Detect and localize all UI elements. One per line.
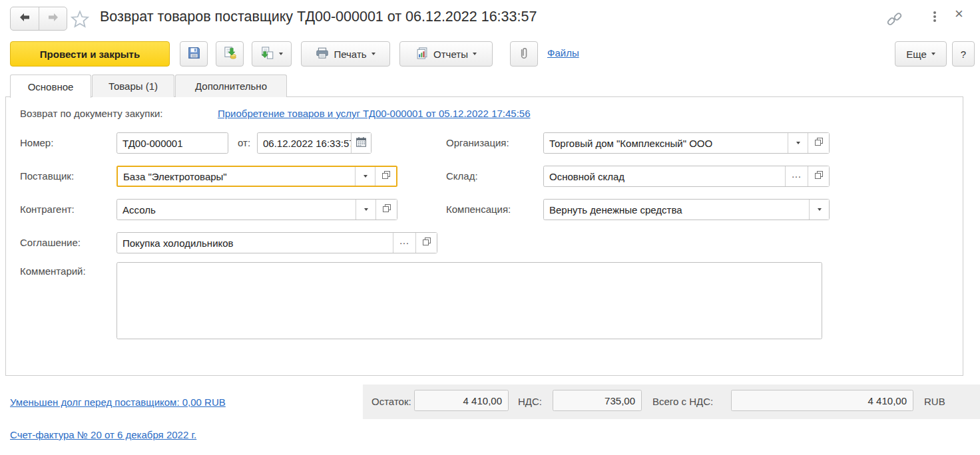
return-doc-link[interactable]: Приобретение товаров и услуг ТД00-000001…: [218, 108, 531, 119]
dropdown-icon: [931, 53, 935, 55]
tab-goods[interactable]: Товары (1): [92, 75, 174, 97]
counterparty-label: Контрагент:: [20, 204, 75, 215]
save-icon: [187, 46, 201, 62]
help-button[interactable]: ?: [952, 41, 975, 67]
print-icon: [316, 47, 329, 61]
currency-label: RUB: [924, 396, 945, 407]
agreement-input[interactable]: Покупка холодильников ...: [117, 232, 437, 253]
save-button[interactable]: [180, 41, 208, 67]
compensation-input[interactable]: Вернуть денежные средства: [543, 199, 830, 220]
print-button[interactable]: Печать: [301, 41, 390, 67]
date-input[interactable]: 06.12.2022 16:33:57: [257, 132, 371, 154]
get-link-icon[interactable]: [885, 10, 903, 31]
dropdown-icon: [818, 208, 822, 211]
reports-icon: [415, 47, 429, 62]
return-doc-label: Возврат по документу закупки:: [20, 108, 163, 119]
open-form-icon: [382, 204, 391, 216]
dropdown-icon: [364, 208, 368, 211]
open-form-icon: [422, 237, 431, 249]
open-form-icon: [814, 170, 824, 182]
invoice-link[interactable]: Счет-фактура № 20 от 6 декабря 2022 г.: [10, 429, 196, 440]
warehouse-label: Склад:: [446, 170, 478, 182]
warehouse-open-button[interactable]: [808, 166, 829, 186]
attachments-button[interactable]: [510, 41, 538, 67]
organization-label: Организация:: [446, 137, 509, 148]
calendar-button[interactable]: [351, 133, 371, 153]
page-title: Возврат товаров поставщику ТД00-000001 о…: [100, 9, 537, 25]
compensation-dropdown-button[interactable]: [809, 200, 829, 220]
calendar-icon: [356, 136, 367, 150]
reports-button[interactable]: Отчеты: [399, 41, 493, 67]
number-input[interactable]: ТД00-000001: [117, 132, 228, 154]
vat-label: НДС:: [518, 396, 542, 407]
supplier-dropdown-button[interactable]: [355, 167, 375, 186]
dropdown-icon: [371, 53, 375, 55]
total-with-vat-label: Всего с НДС:: [652, 396, 713, 407]
post-and-close-button[interactable]: Провести и закрыть: [10, 41, 170, 67]
agreement-select-button[interactable]: ...: [393, 233, 415, 253]
dropdown-icon: [473, 53, 477, 55]
tab-additional[interactable]: Дополнительно: [175, 75, 287, 97]
comment-input[interactable]: [117, 262, 822, 339]
debt-link[interactable]: Уменьшен долг перед поставщиком: 0,00 RU…: [10, 396, 226, 408]
number-label: Номер:: [20, 137, 53, 148]
organization-dropdown-button[interactable]: [788, 133, 808, 153]
favorite-icon[interactable]: [69, 9, 91, 33]
agreement-open-button[interactable]: [415, 233, 437, 253]
comment-label: Комментарий:: [20, 265, 86, 277]
organization-open-button[interactable]: [808, 133, 829, 153]
remainder-label: Остаток:: [371, 396, 411, 407]
forward-icon: [47, 13, 60, 25]
remainder-field: 4 410,00: [414, 390, 509, 411]
agreement-label: Соглашение:: [20, 237, 81, 248]
attachment-icon: [518, 47, 530, 62]
organization-input[interactable]: Торговый дом "Комплексный" ООО: [543, 132, 830, 154]
open-form-icon: [814, 137, 824, 149]
post-icon: [223, 46, 237, 62]
dropdown-icon: [796, 142, 800, 144]
vat-field: 735,00: [553, 390, 642, 411]
back-button[interactable]: [11, 7, 39, 30]
total-with-vat-field: 4 410,00: [731, 390, 913, 411]
document-window: Возврат товаров поставщику ТД00-000001 о…: [0, 0, 980, 455]
create-based-on-icon: [260, 46, 274, 62]
forward-button[interactable]: [39, 7, 67, 30]
date-label: от:: [238, 137, 250, 148]
compensation-label: Компенсация:: [446, 204, 511, 215]
supplier-input[interactable]: База "Электротовары": [117, 166, 397, 187]
open-form-icon: [381, 170, 391, 182]
counterparty-input[interactable]: Ассоль: [117, 199, 397, 220]
close-icon[interactable]: ×: [955, 7, 963, 21]
supplier-open-button[interactable]: [375, 167, 396, 186]
nav-history-group: [10, 7, 67, 31]
supplier-label: Поставщик:: [20, 170, 74, 182]
warehouse-select-button[interactable]: ...: [785, 166, 808, 186]
more-button[interactable]: Еще: [895, 41, 947, 67]
warehouse-input[interactable]: Основной склад ...: [543, 166, 830, 187]
files-link[interactable]: Файлы: [547, 47, 579, 59]
dropdown-icon: [364, 175, 368, 178]
tab-main[interactable]: Основное: [10, 75, 91, 98]
counterparty-open-button[interactable]: [375, 200, 397, 220]
back-icon: [18, 13, 31, 25]
counterparty-dropdown-button[interactable]: [356, 200, 375, 220]
create-based-on-button[interactable]: [252, 41, 292, 67]
post-document-button[interactable]: [216, 41, 244, 67]
menu-icon[interactable]: [933, 11, 936, 14]
dropdown-icon: [279, 53, 283, 55]
